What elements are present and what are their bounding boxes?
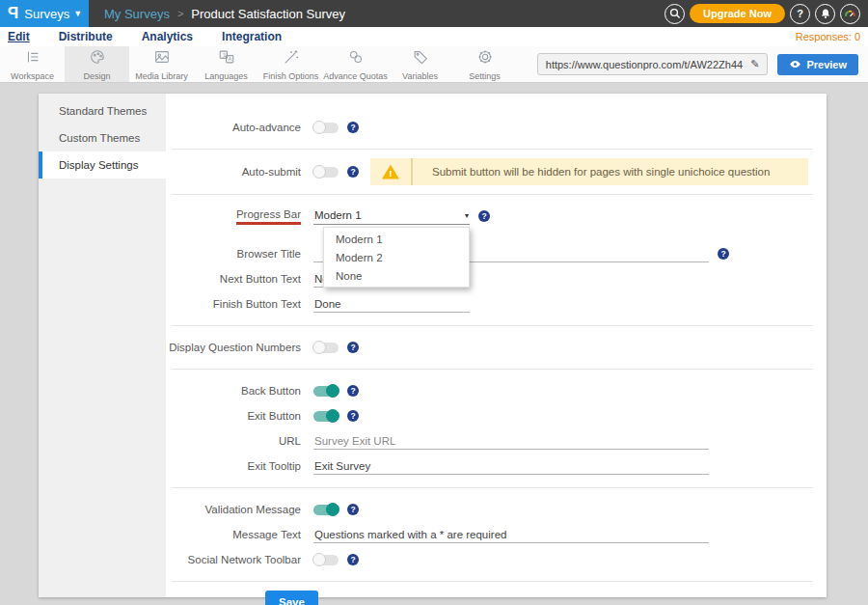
workspace-icon: [24, 48, 41, 69]
auto-advance-row: Auto-advance ?: [166, 115, 813, 140]
next-button-text-row: Next Button Text: [166, 266, 813, 291]
chevron-down-icon: ▼: [73, 9, 82, 18]
validation-message-label: Validation Message: [166, 504, 301, 515]
progress-bar-select[interactable]: Modern 1 ▾: [313, 207, 470, 225]
exit-tooltip-label: Exit Tooltip: [166, 460, 301, 472]
question-help-icon[interactable]: ?: [478, 210, 490, 222]
sidebar-item-display-settings[interactable]: Display Settings: [39, 151, 166, 179]
question-help-icon[interactable]: ?: [347, 504, 359, 515]
search-icon[interactable]: [665, 4, 685, 24]
section-divider: [172, 149, 813, 150]
browser-title-label: Browser Title: [166, 248, 301, 260]
exit-button-label: Exit Button: [166, 410, 301, 422]
toolbar-item-variables[interactable]: Variables: [388, 46, 452, 82]
toolbar-item-settings[interactable]: Settings: [452, 46, 517, 82]
next-button-text-label: Next Button Text: [166, 273, 301, 285]
survey-url-text: https://www.questionpro.com/t/AW22Zh44: [546, 59, 743, 70]
top-bar: P Surveys ▼ My Surveys > Product Satisfa…: [0, 0, 868, 27]
toolbar-item-design[interactable]: Design: [65, 46, 129, 82]
exit-tooltip-input[interactable]: [313, 458, 709, 475]
question-help-icon[interactable]: ?: [347, 342, 359, 353]
sidebar-item-standard-themes[interactable]: Standard Themes: [39, 97, 166, 124]
toolbar-item-workspace[interactable]: Workspace: [0, 46, 65, 82]
sidebar-item-custom-themes[interactable]: Custom Themes: [39, 124, 166, 151]
exit-button-toggle[interactable]: [313, 411, 339, 422]
auto-submit-label: Auto-submit: [166, 166, 301, 178]
breadcrumb: My Surveys > Product Satisfaction Survey: [89, 0, 345, 27]
display-settings-card: Standard Themes Custom Themes Display Se…: [39, 94, 827, 597]
breadcrumb-parent[interactable]: My Surveys: [104, 7, 170, 21]
progress-bar-row: Progress Bar Modern 1 ▾ ? Modern 1 Moder…: [166, 204, 813, 229]
toolbar-item-languages[interactable]: 文A Languages: [194, 46, 258, 82]
advance-quotas-icon: [347, 48, 365, 69]
auto-advance-label: Auto-advance: [166, 122, 301, 133]
toolbar-item-finish-options[interactable]: Finish Options: [258, 46, 323, 82]
responses-count[interactable]: Responses: 0: [796, 31, 860, 42]
section-divider: [172, 487, 813, 488]
tab-analytics[interactable]: Analytics: [142, 30, 193, 44]
exit-url-label: URL: [166, 435, 301, 447]
question-help-icon[interactable]: ?: [347, 166, 359, 178]
gauge-icon[interactable]: [840, 4, 860, 24]
preview-button[interactable]: Preview: [777, 54, 858, 75]
auto-submit-warning: ! Submit button will be hidden for pages…: [370, 158, 808, 185]
question-help-icon[interactable]: ?: [718, 248, 729, 260]
languages-icon: 文A: [218, 48, 235, 69]
bell-icon[interactable]: [815, 4, 835, 24]
dropdown-option-modern-2[interactable]: Modern 2: [324, 248, 469, 266]
surveys-menu-label: Surveys: [24, 7, 69, 21]
back-button-label: Back Button: [166, 385, 301, 397]
auto-submit-toggle[interactable]: [313, 167, 339, 178]
tab-edit[interactable]: Edit: [8, 30, 30, 44]
dropdown-option-modern-1[interactable]: Modern 1: [324, 230, 469, 248]
social-network-toolbar-toggle[interactable]: [313, 555, 339, 565]
auto-advance-toggle[interactable]: [313, 123, 339, 133]
exit-url-input[interactable]: [313, 433, 709, 450]
section-divider: [172, 194, 813, 195]
message-text-input[interactable]: [313, 527, 709, 543]
design-toolbar: Workspace Design Media Library 文A Langua…: [0, 46, 868, 83]
tab-distribute[interactable]: Distribute: [59, 30, 113, 44]
settings-icon: [476, 48, 494, 69]
tab-integration[interactable]: Integration: [222, 30, 282, 44]
dropdown-option-none[interactable]: None: [324, 266, 469, 285]
exit-button-row: Exit Button ?: [166, 403, 813, 428]
survey-url-box[interactable]: https://www.questionpro.com/t/AW22Zh44 ✎: [537, 53, 769, 75]
question-help-icon[interactable]: ?: [347, 410, 359, 422]
save-button[interactable]: Save: [265, 591, 318, 605]
display-question-numbers-toggle[interactable]: [313, 343, 339, 353]
question-help-icon[interactable]: ?: [347, 122, 359, 133]
app-logo-menu[interactable]: P Surveys ▼: [0, 0, 89, 27]
validation-message-toggle[interactable]: [313, 505, 339, 515]
validation-message-row: Validation Message ?: [166, 497, 813, 522]
section-divider: [172, 581, 813, 582]
chevron-down-icon: ▾: [465, 211, 469, 220]
svg-text:!: !: [390, 169, 393, 179]
help-icon[interactable]: ?: [790, 4, 810, 24]
pencil-icon[interactable]: ✎: [750, 58, 759, 70]
progress-bar-label: Progress Bar: [166, 208, 301, 225]
message-text-row: Message Text: [166, 522, 813, 547]
back-button-row: Back Button ?: [166, 378, 813, 403]
question-help-icon[interactable]: ?: [347, 554, 359, 565]
upgrade-now-button[interactable]: Upgrade Now: [690, 4, 785, 23]
finish-button-text-row: Finish Button Text: [166, 291, 813, 316]
toolbar-item-media-library[interactable]: Media Library: [129, 46, 194, 82]
red-annotation-underline: Progress Bar: [236, 208, 301, 225]
section-divider: [172, 325, 813, 326]
display-question-numbers-label: Display Question Numbers: [166, 342, 301, 353]
themes-sidebar: Standard Themes Custom Themes Display Se…: [39, 94, 166, 597]
auto-submit-row: Auto-submit ? ! Submit button will be hi…: [166, 158, 813, 185]
svg-text:文: 文: [222, 51, 228, 57]
display-settings-form: Auto-advance ? Auto-submit ? !: [166, 94, 827, 597]
social-network-toolbar-label: Social Network Toolbar: [166, 554, 301, 565]
progress-bar-dropdown: Modern 1 Modern 2 None: [323, 227, 470, 288]
finish-button-text-label: Finish Button Text: [166, 298, 301, 310]
question-help-icon[interactable]: ?: [347, 385, 359, 397]
progress-bar-selected-value: Modern 1: [314, 209, 362, 221]
surveys-menu[interactable]: Surveys ▼: [24, 7, 82, 21]
warning-triangle-icon: !: [370, 158, 411, 185]
finish-button-text-input[interactable]: [313, 296, 470, 313]
toolbar-item-advance-quotas[interactable]: Advance Quotas: [323, 46, 388, 82]
back-button-toggle[interactable]: [313, 386, 339, 397]
